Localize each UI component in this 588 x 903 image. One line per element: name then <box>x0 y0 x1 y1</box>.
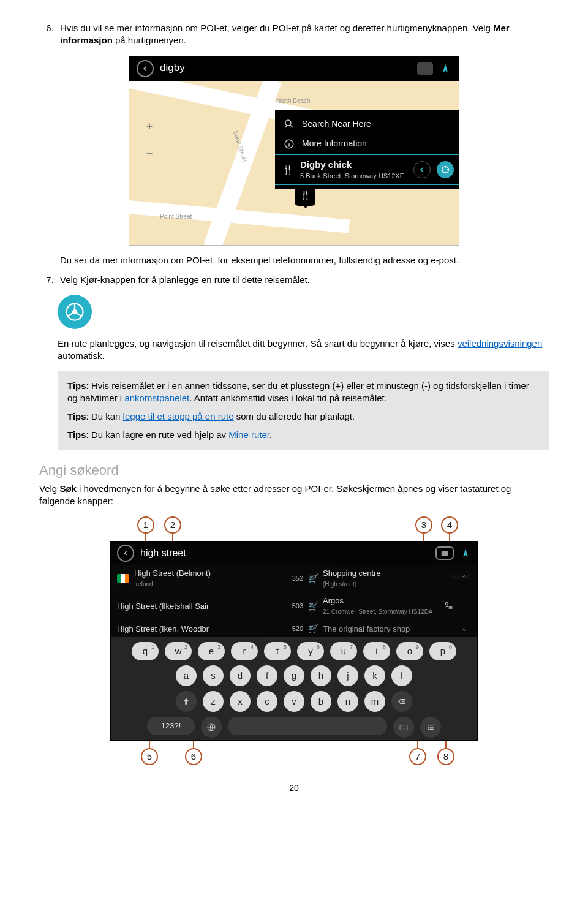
key-p[interactable]: p0 <box>429 642 456 660</box>
tip-timezone: Tips: Hvis reisemålet er i en annen tids… <box>67 380 539 405</box>
key-h[interactable]: h <box>311 665 331 686</box>
key-t[interactable]: t5 <box>264 642 291 660</box>
compass-icon[interactable] <box>439 62 451 75</box>
key-f[interactable]: f <box>257 665 277 686</box>
key-l[interactable]: l <box>391 665 412 686</box>
key-j[interactable]: j <box>337 665 358 686</box>
key-y[interactable]: y6 <box>297 642 324 660</box>
poi-map-screenshot: North Beach Bank Street Point Street + −… <box>129 56 459 246</box>
key-n[interactable]: n <box>337 691 358 712</box>
poi-address: 5 Bank Street, Stornoway HS12XF <box>300 172 407 181</box>
callout-3: 3 <box>415 516 432 534</box>
drive-icon <box>58 295 92 329</box>
poi-drive-button[interactable] <box>437 161 454 178</box>
map-top-bar: digby <box>129 56 459 81</box>
svg-point-9 <box>403 726 404 727</box>
step-7-text: Velg Kjør-knappen for å planlegge en rut… <box>60 274 310 285</box>
zoom-control[interactable]: + − <box>140 119 159 161</box>
result-row[interactable]: High Street (Iken, Woodbr 520 🛒 The orig… <box>111 620 477 638</box>
svg-point-10 <box>405 726 405 727</box>
callout-5: 5 <box>141 748 158 765</box>
my-routes-link[interactable]: Mine ruter <box>228 429 270 440</box>
zoom-out-icon[interactable]: − <box>146 146 153 161</box>
cart-icon: 🛒 <box>308 573 318 584</box>
step-6-text-a: Hvis du vil se mer informasjon om POI-et… <box>60 23 493 33</box>
key-a[interactable]: a <box>176 665 197 686</box>
key-x[interactable]: x <box>230 691 251 712</box>
callout-1: 1 <box>137 516 154 534</box>
drive-button-figure <box>58 295 549 329</box>
tips-box: Tips: Hvis reisemålet er i en annen tids… <box>58 371 549 450</box>
shift-key[interactable] <box>176 691 197 712</box>
key-o[interactable]: o9 <box>396 642 423 660</box>
road-label-north-beach: North Beach <box>276 97 311 105</box>
svg-point-12 <box>403 728 404 728</box>
figure-poi-map: North Beach Bank Street Point Street + −… <box>39 56 549 246</box>
search-input[interactable]: high street <box>140 546 186 560</box>
globe-key[interactable] <box>201 717 222 738</box>
key-q[interactable]: q1 <box>132 642 159 660</box>
menu-search-near-here[interactable]: Search Near Here <box>275 114 459 134</box>
backspace-key[interactable] <box>391 691 412 712</box>
callout-6: 6 <box>185 748 202 765</box>
info-icon <box>282 138 296 149</box>
svg-point-0 <box>285 120 291 126</box>
key-r[interactable]: r4 <box>231 642 258 660</box>
result-row[interactable]: High Street (Ilketshall Sair 503 🛒 Argos… <box>111 592 477 620</box>
poi-quick-menu: Search Near Here More Information 🍴 Digb… <box>275 110 459 189</box>
svg-point-8 <box>402 726 402 727</box>
flag-ireland-icon <box>117 574 129 583</box>
selected-poi-row[interactable]: 🍴 Digby chick 5 Bank Street, Stornoway H… <box>275 154 459 185</box>
search-back-button[interactable] <box>117 545 134 562</box>
step-6-text-b: på hurtigmenyen. <box>113 35 186 45</box>
route-planned-paragraph: En rute planlegges, og navigasjon til re… <box>58 338 549 363</box>
tip-add-stop: Tips: Du kan legge til et stopp på en ru… <box>67 410 539 423</box>
key-e[interactable]: e3 <box>198 642 225 660</box>
restaurant-icon: 🍴 <box>282 164 294 176</box>
key-k[interactable]: k <box>364 665 385 686</box>
zoom-in-icon[interactable]: + <box>146 119 153 134</box>
add-stop-link[interactable]: legge til et stopp på en rute <box>123 411 234 421</box>
result-row[interactable]: High Street (Belmont) Ireland 352 🛒 Shop… <box>111 565 477 592</box>
tip-my-routes: Tips: Du kan lagre en rute ved hjelp av … <box>67 429 539 441</box>
key-g[interactable]: g <box>284 665 304 686</box>
keyboard-toggle-icon[interactable] <box>417 62 433 75</box>
key-s[interactable]: s <box>203 665 224 686</box>
svg-rect-19 <box>430 728 434 729</box>
arrival-panel-link[interactable]: ankomstpanelet <box>124 393 189 403</box>
key-c[interactable]: c <box>257 691 277 712</box>
scroll-down-icon[interactable]: ⌄ <box>461 624 467 633</box>
road-label-point-street: Point Street <box>160 213 192 221</box>
callout-2: 2 <box>164 516 181 534</box>
menu-more-information[interactable]: More Information <box>275 134 459 154</box>
poi-name: Digby chick <box>300 159 407 171</box>
svg-rect-15 <box>430 725 434 725</box>
key-b[interactable]: b <box>311 691 331 712</box>
key-v[interactable]: v <box>284 691 304 712</box>
scroll-up-icon[interactable]: ⌃ <box>461 573 467 583</box>
key-i[interactable]: i8 <box>363 642 390 660</box>
search-bar: high street <box>111 542 477 565</box>
space-key[interactable] <box>228 717 387 735</box>
back-button[interactable] <box>137 60 154 77</box>
svg-point-14 <box>428 724 429 725</box>
menu-more-label: More Information <box>302 138 367 149</box>
list-key[interactable] <box>420 717 441 738</box>
search-keyboard-screenshot: Goteb BERLIN Leipzig PRAH high street <box>110 541 478 741</box>
key-z[interactable]: z <box>203 691 224 712</box>
callout-8: 8 <box>437 748 454 765</box>
poi-back-icon[interactable] <box>413 161 431 178</box>
map-toggle-icon[interactable] <box>435 546 454 560</box>
guidance-view-link[interactable]: veiledningsvisningen <box>458 338 542 349</box>
mode-key[interactable]: 123?! <box>147 717 195 735</box>
key-w[interactable]: w2 <box>165 642 192 660</box>
key-d[interactable]: d <box>230 665 251 686</box>
keyboard-layout-key[interactable] <box>393 717 414 738</box>
svg-point-13 <box>405 728 405 728</box>
svg-point-11 <box>402 728 402 728</box>
search-compass-icon[interactable] <box>460 548 471 559</box>
key-m[interactable]: m <box>364 691 385 712</box>
key-u[interactable]: u7 <box>330 642 357 660</box>
search-results: High Street (Belmont) Ireland 352 🛒 Shop… <box>111 565 477 638</box>
on-screen-keyboard: q1w2e3r4t5y6u7i8o9p0 asdfghjkl zxcvbnm 1… <box>111 637 477 740</box>
